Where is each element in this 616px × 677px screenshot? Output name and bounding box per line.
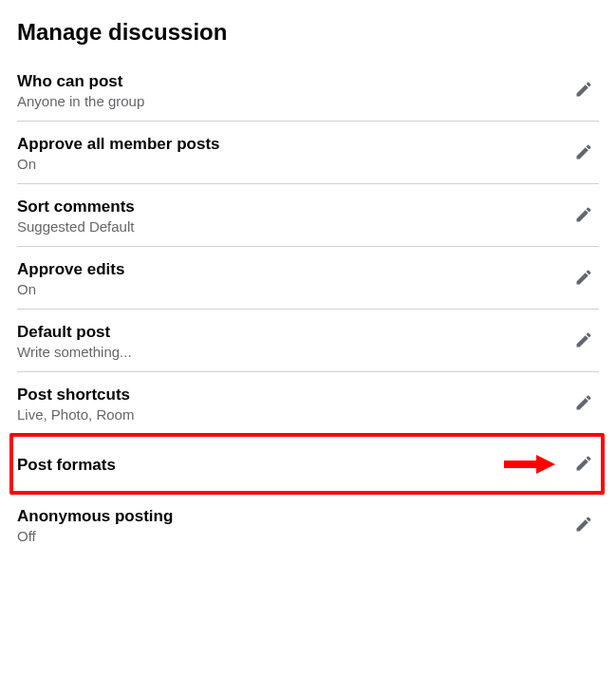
setting-text: Anonymous postingOff — [17, 507, 173, 544]
edit-button-approve-edits[interactable] — [569, 262, 599, 295]
setting-text: Sort commentsSuggested Default — [17, 197, 135, 235]
pencil-icon — [574, 454, 593, 476]
setting-text: Post shortcutsLive, Photo, Room — [17, 386, 134, 423]
setting-text: Approve all member postsOn — [17, 135, 220, 172]
setting-value: Off — [17, 528, 173, 544]
edit-button-sort-comments[interactable] — [569, 199, 599, 233]
page-title: Manage discussion — [17, 19, 599, 46]
edit-button-who-can-post[interactable] — [569, 74, 599, 107]
setting-row-who-can-post: Who can postAnyone in the group — [17, 59, 599, 122]
setting-title: Approve all member posts — [17, 135, 220, 154]
setting-title: Sort comments — [17, 197, 135, 216]
arrow-icon — [504, 453, 555, 476]
setting-value: Live, Photo, Room — [17, 406, 134, 423]
setting-row-post-shortcuts: Post shortcutsLive, Photo, Room — [17, 372, 599, 435]
setting-row-post-formats: Post formats — [17, 435, 599, 494]
setting-value: On — [17, 156, 220, 172]
edit-button-post-formats[interactable] — [569, 448, 599, 481]
setting-value: Anyone in the group — [17, 93, 144, 109]
edit-button-default-post[interactable] — [569, 325, 599, 358]
pencil-icon — [574, 80, 593, 102]
setting-title: Approve edits — [17, 260, 124, 279]
pencil-icon — [574, 393, 593, 415]
setting-title: Post formats — [17, 456, 116, 475]
setting-title: Post shortcuts — [17, 386, 134, 404]
setting-row-approve-all-member-posts: Approve all member postsOn — [17, 122, 599, 184]
setting-value: Write something... — [17, 344, 132, 360]
setting-text: Post formats — [17, 456, 116, 475]
setting-text: Who can postAnyone in the group — [17, 72, 144, 109]
pencil-icon — [574, 515, 593, 536]
edit-button-anonymous-posting[interactable] — [569, 509, 599, 542]
setting-title: Who can post — [17, 72, 144, 91]
setting-value: On — [17, 281, 124, 297]
setting-row-sort-comments: Sort commentsSuggested Default — [17, 184, 599, 247]
setting-row-approve-edits: Approve editsOn — [17, 247, 599, 310]
svg-rect-0 — [504, 461, 536, 468]
pencil-icon — [574, 330, 593, 352]
svg-marker-1 — [536, 455, 555, 474]
setting-title: Default post — [17, 323, 132, 342]
pencil-icon — [574, 268, 593, 290]
pencil-icon — [574, 142, 593, 164]
setting-row-default-post: Default postWrite something... — [17, 310, 599, 372]
setting-value: Suggested Default — [17, 218, 135, 235]
edit-button-approve-all-member-posts[interactable] — [569, 137, 599, 170]
setting-text: Default postWrite something... — [17, 323, 132, 360]
setting-title: Anonymous posting — [17, 507, 173, 526]
setting-row-anonymous-posting: Anonymous postingOff — [17, 494, 599, 555]
pencil-icon — [574, 205, 593, 227]
settings-list: Who can postAnyone in the groupApprove a… — [17, 59, 599, 555]
setting-text: Approve editsOn — [17, 260, 124, 297]
edit-button-post-shortcuts[interactable] — [569, 387, 599, 421]
